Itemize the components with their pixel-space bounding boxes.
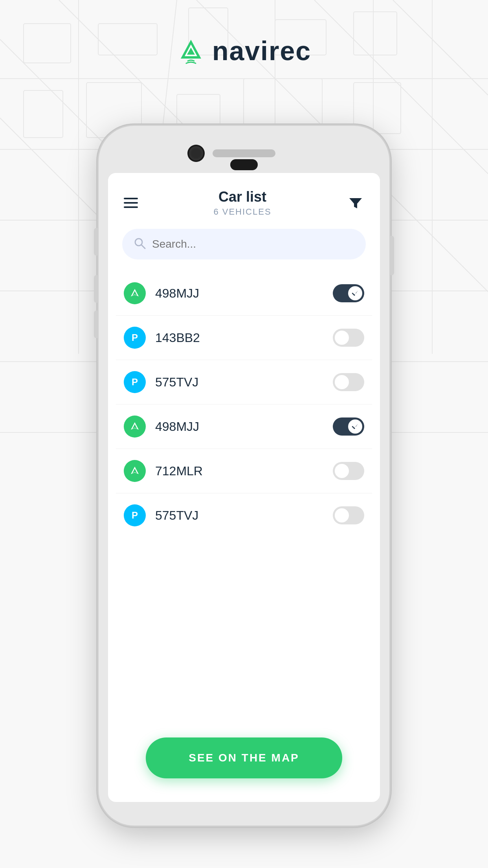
- svg-rect-18: [98, 24, 157, 55]
- hamburger-line-1: [124, 198, 138, 199]
- page-title: Car list: [213, 189, 271, 205]
- svg-rect-26: [354, 83, 401, 134]
- search-container: [108, 225, 380, 271]
- vehicle-name: 575TVJ: [155, 375, 323, 390]
- vehicle-list-item: P143BB2: [116, 316, 372, 360]
- vehicle-type-icon: [124, 282, 146, 304]
- svg-line-32: [141, 245, 145, 248]
- vehicle-type-icon: [124, 460, 146, 482]
- vehicle-name: 143BB2: [155, 331, 323, 345]
- face-id-sensor: [230, 159, 258, 170]
- toggle-knob: [348, 419, 362, 434]
- vehicle-toggle[interactable]: [333, 462, 364, 480]
- toggle-knob: [335, 375, 349, 389]
- vehicle-toggle[interactable]: [333, 506, 364, 524]
- search-icon: [134, 237, 146, 251]
- phone-screen: Car list 6 VEHICLES: [108, 173, 380, 802]
- hamburger-line-3: [124, 206, 138, 208]
- search-bar[interactable]: [122, 229, 366, 259]
- see-on-map-button[interactable]: SEE ON THE MAP: [146, 737, 342, 778]
- vehicle-type-icon: [124, 416, 146, 438]
- hamburger-line-2: [124, 202, 138, 204]
- vehicle-toggle[interactable]: [333, 329, 364, 347]
- svg-marker-30: [349, 198, 362, 208]
- toggle-knob: [335, 508, 349, 522]
- svg-line-15: [393, 0, 488, 95]
- vehicle-name: 498MJJ: [155, 419, 323, 434]
- vehicle-list-item: 712MLR: [116, 449, 372, 493]
- phone-device: Car list 6 VEHICLES: [99, 126, 389, 826]
- toggle-knob: [335, 331, 349, 345]
- svg-rect-17: [24, 24, 71, 63]
- vehicle-name: 498MJJ: [155, 286, 323, 301]
- vehicle-type-icon: P: [124, 504, 146, 526]
- front-camera: [189, 146, 203, 160]
- phone-top-bar: [165, 138, 323, 169]
- vehicle-type-icon: P: [124, 371, 146, 393]
- svg-rect-22: [24, 90, 63, 138]
- search-input[interactable]: [152, 238, 354, 250]
- vehicle-name: 575TVJ: [155, 508, 323, 523]
- vehicle-list-item: 498MJJ: [116, 405, 372, 449]
- vehicle-toggle[interactable]: [333, 417, 364, 436]
- vehicle-list-item: 498MJJ: [116, 271, 372, 316]
- app-header: Car list 6 VEHICLES: [108, 173, 380, 225]
- vehicle-list: 498MJJP143BB2P575TVJ498MJJ712MLRP575TVJ: [108, 271, 380, 537]
- header-center: Car list 6 VEHICLES: [213, 189, 271, 217]
- hamburger-menu-button[interactable]: [124, 198, 138, 208]
- vehicle-toggle[interactable]: [333, 373, 364, 391]
- vehicle-list-item: P575TVJ: [116, 493, 372, 537]
- filter-button[interactable]: [347, 194, 364, 211]
- brand-name: navirec: [212, 35, 311, 66]
- vehicle-name: 712MLR: [155, 464, 323, 478]
- toggle-knob: [348, 286, 362, 300]
- vehicle-toggle[interactable]: [333, 284, 364, 302]
- map-button-container: SEE ON THE MAP: [146, 737, 342, 778]
- filter-icon: [349, 196, 363, 210]
- vehicle-type-icon: P: [124, 327, 146, 349]
- brand-logo-icon: [177, 37, 205, 65]
- speaker: [213, 149, 275, 157]
- vehicle-count: 6 VEHICLES: [213, 207, 271, 217]
- vehicle-list-item: P575TVJ: [116, 360, 372, 405]
- toggle-knob: [335, 464, 349, 478]
- svg-rect-21: [354, 12, 397, 55]
- brand-area: navirec: [177, 35, 311, 66]
